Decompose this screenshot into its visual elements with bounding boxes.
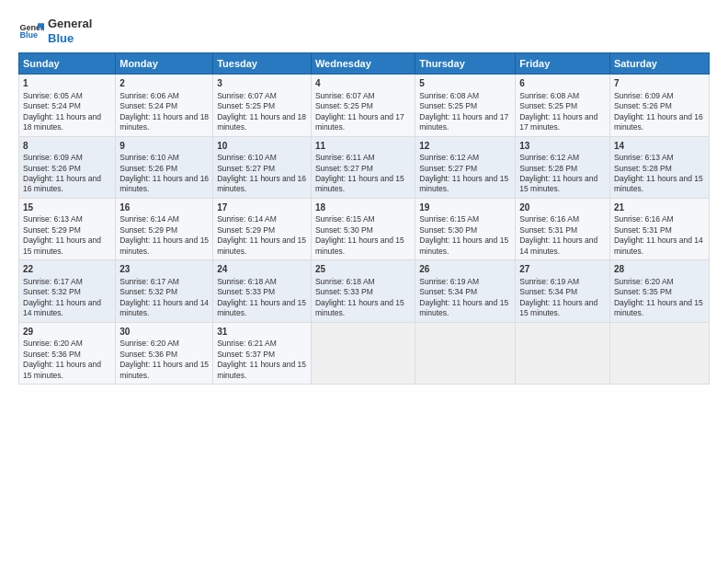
daylight-text: Daylight: 11 hours and 16 minutes. (23, 174, 111, 195)
sunrise-text: Sunrise: 6:21 AM (217, 339, 307, 349)
sunrise-text: Sunrise: 6:20 AM (614, 277, 705, 287)
daylight-text: Daylight: 11 hours and 15 minutes. (23, 236, 111, 257)
sunrise-text: Sunrise: 6:07 AM (315, 91, 411, 101)
sunset-text: Sunset: 5:27 PM (419, 164, 511, 174)
calendar-cell: 7Sunrise: 6:09 AMSunset: 5:26 PMDaylight… (609, 75, 709, 136)
sunset-text: Sunset: 5:36 PM (119, 350, 209, 360)
day-number: 10 (217, 140, 307, 153)
calendar-cell: 4Sunrise: 6:07 AMSunset: 5:25 PMDaylight… (311, 75, 415, 136)
sunset-text: Sunset: 5:29 PM (217, 225, 307, 236)
sunrise-text: Sunrise: 6:14 AM (217, 214, 307, 224)
header: General Blue General Blue (18, 17, 710, 45)
sunrise-text: Sunrise: 6:13 AM (614, 153, 705, 163)
calendar-cell: 8Sunrise: 6:09 AMSunset: 5:26 PMDaylight… (19, 136, 116, 198)
day-number: 31 (217, 326, 307, 339)
day-number: 30 (119, 326, 209, 339)
calendar-week-row: 15Sunrise: 6:13 AMSunset: 5:29 PMDayligh… (19, 198, 710, 259)
calendar-cell: 12Sunrise: 6:12 AMSunset: 5:27 PMDayligh… (415, 136, 516, 198)
calendar-body: 1Sunrise: 6:05 AMSunset: 5:24 PMDaylight… (19, 75, 710, 385)
day-number: 3 (217, 77, 307, 90)
daylight-text: Daylight: 11 hours and 16 minutes. (217, 174, 307, 195)
daylight-text: Daylight: 11 hours and 15 minutes. (419, 174, 511, 195)
day-number: 7 (614, 77, 705, 90)
calendar-cell (415, 322, 516, 384)
day-number: 19 (419, 201, 511, 214)
calendar-cell: 14Sunrise: 6:13 AMSunset: 5:28 PMDayligh… (609, 136, 709, 198)
day-number: 22 (23, 263, 111, 276)
day-number: 21 (614, 201, 705, 214)
daylight-text: Daylight: 11 hours and 15 minutes. (119, 360, 209, 381)
sunrise-text: Sunrise: 6:19 AM (519, 277, 606, 287)
daylight-text: Daylight: 11 hours and 16 minutes. (614, 112, 705, 133)
sunset-text: Sunset: 5:34 PM (419, 287, 511, 297)
sunrise-text: Sunrise: 6:13 AM (23, 214, 111, 224)
sunrise-text: Sunrise: 6:17 AM (119, 277, 209, 287)
daylight-text: Daylight: 11 hours and 15 minutes. (217, 236, 307, 257)
sunset-text: Sunset: 5:29 PM (119, 225, 209, 236)
sunrise-text: Sunrise: 6:11 AM (315, 153, 411, 163)
svg-text:Blue: Blue (19, 30, 38, 40)
day-number: 18 (315, 201, 411, 214)
daylight-text: Daylight: 11 hours and 15 minutes. (419, 298, 511, 319)
day-header: Wednesday (311, 53, 415, 75)
daylight-text: Daylight: 11 hours and 15 minutes. (217, 360, 307, 381)
calendar-cell: 31Sunrise: 6:21 AMSunset: 5:37 PMDayligh… (213, 322, 312, 384)
calendar-cell: 29Sunrise: 6:20 AMSunset: 5:36 PMDayligh… (19, 322, 116, 384)
calendar-cell: 16Sunrise: 6:14 AMSunset: 5:29 PMDayligh… (116, 198, 213, 259)
logo-icon: General Blue (18, 18, 44, 44)
daylight-text: Daylight: 11 hours and 15 minutes. (614, 174, 705, 195)
calendar-cell (609, 322, 709, 384)
day-number: 12 (419, 140, 511, 153)
calendar-week-row: 22Sunrise: 6:17 AMSunset: 5:32 PMDayligh… (19, 260, 710, 322)
calendar-cell: 3Sunrise: 6:07 AMSunset: 5:25 PMDaylight… (213, 75, 312, 136)
daylight-text: Daylight: 11 hours and 17 minutes. (315, 112, 411, 133)
day-number: 9 (119, 140, 209, 153)
calendar-cell: 15Sunrise: 6:13 AMSunset: 5:29 PMDayligh… (19, 198, 116, 259)
sunset-text: Sunset: 5:35 PM (614, 287, 705, 297)
day-number: 27 (519, 263, 606, 276)
day-number: 25 (315, 263, 411, 276)
sunset-text: Sunset: 5:33 PM (217, 287, 307, 297)
day-number: 28 (614, 263, 705, 276)
sunset-text: Sunset: 5:29 PM (23, 225, 111, 236)
daylight-text: Daylight: 11 hours and 15 minutes. (614, 298, 705, 319)
daylight-text: Daylight: 11 hours and 18 minutes. (119, 112, 209, 133)
day-number: 5 (419, 77, 511, 90)
sunset-text: Sunset: 5:27 PM (315, 164, 411, 174)
day-number: 11 (315, 140, 411, 153)
daylight-text: Daylight: 11 hours and 15 minutes. (419, 236, 511, 257)
day-number: 14 (614, 140, 705, 153)
sunset-text: Sunset: 5:26 PM (23, 164, 111, 174)
sunrise-text: Sunrise: 6:09 AM (23, 153, 111, 163)
day-number: 6 (519, 77, 606, 90)
day-header: Sunday (19, 53, 116, 75)
daylight-text: Daylight: 11 hours and 17 minutes. (419, 112, 511, 133)
daylight-text: Daylight: 11 hours and 15 minutes. (119, 236, 209, 257)
calendar-week-row: 1Sunrise: 6:05 AMSunset: 5:24 PMDaylight… (19, 75, 710, 136)
calendar-cell: 10Sunrise: 6:10 AMSunset: 5:27 PMDayligh… (213, 136, 312, 198)
sunrise-text: Sunrise: 6:19 AM (419, 277, 511, 287)
day-header: Monday (116, 53, 213, 75)
sunset-text: Sunset: 5:30 PM (419, 225, 511, 236)
calendar-cell: 5Sunrise: 6:08 AMSunset: 5:25 PMDaylight… (415, 75, 516, 136)
calendar-cell: 20Sunrise: 6:16 AMSunset: 5:31 PMDayligh… (516, 198, 610, 259)
sunset-text: Sunset: 5:30 PM (315, 225, 411, 236)
sunrise-text: Sunrise: 6:12 AM (519, 153, 606, 163)
calendar-cell: 6Sunrise: 6:08 AMSunset: 5:25 PMDaylight… (516, 75, 610, 136)
sunrise-text: Sunrise: 6:06 AM (119, 91, 209, 101)
sunrise-text: Sunrise: 6:20 AM (119, 339, 209, 349)
daylight-text: Daylight: 11 hours and 16 minutes. (119, 174, 209, 195)
daylight-text: Daylight: 11 hours and 14 minutes. (614, 236, 705, 257)
day-number: 17 (217, 201, 307, 214)
sunset-text: Sunset: 5:24 PM (119, 101, 209, 111)
calendar-cell: 21Sunrise: 6:16 AMSunset: 5:31 PMDayligh… (609, 198, 709, 259)
sunset-text: Sunset: 5:31 PM (519, 225, 606, 236)
sunrise-text: Sunrise: 6:20 AM (23, 339, 111, 349)
sunrise-text: Sunrise: 6:05 AM (23, 91, 111, 101)
sunset-text: Sunset: 5:26 PM (119, 164, 209, 174)
day-number: 8 (23, 140, 111, 153)
day-number: 4 (315, 77, 411, 90)
sunset-text: Sunset: 5:33 PM (315, 287, 411, 297)
day-header: Tuesday (213, 53, 312, 75)
daylight-text: Daylight: 11 hours and 15 minutes. (315, 174, 411, 195)
